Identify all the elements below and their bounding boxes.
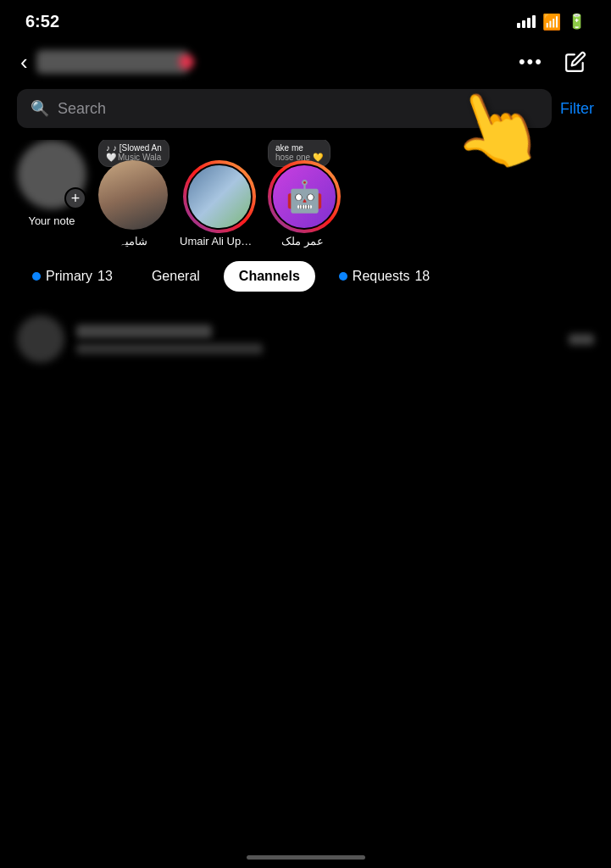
chat-avatar [17, 315, 64, 363]
umar-note-text: ake me [275, 143, 323, 153]
umair-avatar [186, 164, 253, 230]
stories-row: + Your note ♪ ♪ [Slowed An 🤍 Music Wala … [0, 140, 611, 261]
header-left: ‹ [20, 49, 189, 75]
music-note-text: ♪ [Slowed An [113, 143, 162, 153]
search-bar-container: 🔍 Search Filter [0, 89, 611, 140]
story-item-music-wala[interactable]: ♪ ♪ [Slowed An 🤍 Music Wala شامیہ [98, 160, 168, 248]
umar-avatar: 🤖 [271, 164, 337, 230]
search-icon: 🔍 [31, 99, 49, 118]
your-note-label: Your note [28, 214, 75, 227]
home-indicator [247, 855, 365, 860]
more-options-button[interactable]: ••• [519, 51, 543, 73]
status-time: 6:52 [25, 12, 59, 31]
primary-dot [32, 272, 41, 281]
tab-requests[interactable]: Requests 18 [324, 261, 445, 292]
tab-requests-badge: 18 [414, 269, 430, 284]
chat-content [76, 325, 557, 354]
chat-item[interactable] [17, 305, 594, 373]
story-item-umair[interactable]: Umair Ali Upp... [180, 160, 256, 248]
music-wala-label: شامیہ [119, 235, 147, 248]
umar-story-ring: 🤖 [268, 160, 341, 233]
music-note-icon: ♪ [106, 143, 110, 153]
umar-avatar-wrapper: 🤖 [268, 160, 337, 230]
chat-list [0, 305, 611, 373]
filter-button[interactable]: Filter [560, 100, 594, 118]
tab-primary-label: Primary [46, 269, 92, 284]
tab-channels-label: Channels [239, 269, 300, 284]
your-note-avatar-wrapper: + [17, 140, 86, 209]
tabs-row: Primary 13 General Channels Requests 18 [0, 261, 611, 305]
tab-primary[interactable]: Primary 13 [17, 261, 128, 292]
chat-time [569, 334, 594, 345]
header-title [36, 50, 189, 74]
search-bar[interactable]: 🔍 Search [17, 89, 552, 128]
story-item-your-note[interactable]: + Your note [17, 140, 86, 227]
chat-preview [76, 343, 263, 354]
music-wala-avatar-wrapper [98, 160, 168, 230]
tab-requests-label: Requests [353, 269, 410, 284]
status-bar: 6:52 📶 🔋 [0, 0, 611, 38]
chat-name [76, 325, 212, 338]
music-wala-avatar [98, 160, 168, 230]
edit-icon [564, 51, 586, 73]
search-input[interactable]: Search [58, 100, 106, 118]
requests-dot [339, 272, 347, 281]
tab-channels[interactable]: Channels [224, 261, 315, 292]
wifi-icon: 📶 [542, 13, 561, 31]
back-button[interactable]: ‹ [20, 49, 28, 75]
title-notification-dot [179, 54, 194, 70]
umair-story-ring [183, 160, 256, 233]
umar-label: عمر ملک [281, 235, 324, 248]
umair-avatar-wrapper [183, 160, 253, 230]
story-item-umar[interactable]: ake me hose one 💛 🤖 عمر ملک [268, 160, 337, 248]
header: ‹ ••• [0, 38, 611, 89]
tab-primary-badge: 13 [97, 269, 113, 284]
add-note-button[interactable]: + [64, 187, 86, 209]
status-icons: 📶 🔋 [517, 13, 586, 31]
tab-general-label: General [152, 269, 200, 284]
tab-general[interactable]: General [136, 261, 215, 292]
battery-icon: 🔋 [568, 13, 586, 31]
header-right: ••• [519, 47, 591, 77]
phone-screen: 6:52 📶 🔋 ‹ ••• [0, 0, 611, 868]
umair-label: Umair Ali Upp... [180, 235, 256, 248]
signal-icon [517, 15, 536, 28]
edit-button[interactable] [560, 47, 591, 77]
